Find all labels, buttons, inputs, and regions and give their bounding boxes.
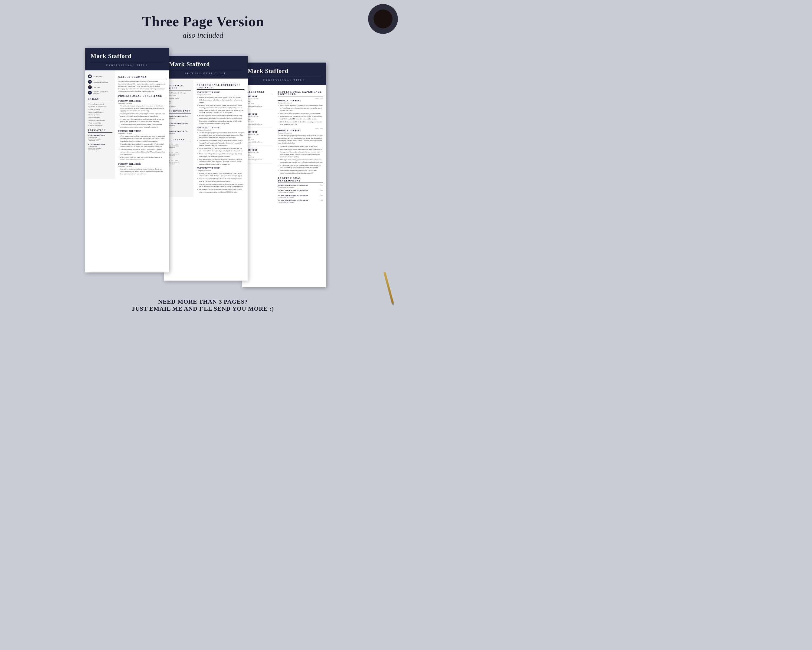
pd-item-4: CLASS, COURSE OR WORKSHOP Organization o… xyxy=(278,200,323,203)
phone-text: 123.456.7891 xyxy=(93,76,102,78)
ref2-jobtitle: Reference's Job Title xyxy=(245,116,272,118)
location-item: 📍 City, State xyxy=(88,85,112,89)
page1-divider xyxy=(91,62,164,62)
position-1: POSITION TITLE HERE Company, Location To… xyxy=(118,99,166,128)
page2-header: Mark Stafford PROFESSIONAL TITLE xyxy=(164,56,248,78)
career-summary-title: CAREER SUMMARY xyxy=(118,76,166,79)
skill-resource-management: Resource Management xyxy=(88,119,112,121)
p3-position-1: POSITION TITLE HERE Date - Date Company,… xyxy=(278,98,323,126)
ach3-title: AWARD/ACHIEVEMENT xyxy=(166,130,191,132)
skill-contracts: Contracts & Negotiations xyxy=(88,106,112,107)
pd1-title: CLASS, COURSE OR WORKSHOP xyxy=(278,184,308,186)
skills-title: SKILLS xyxy=(88,98,112,101)
prof-dev-list: CLASS, COURSE OR WORKSHOP Organization o… xyxy=(278,184,323,203)
p2-pos1-b1: Re-read the job posting that you are app… xyxy=(197,96,244,104)
p2-position-3: POSITION TITLE HERE Company, Location Wr… xyxy=(197,167,244,193)
resume-page-1: Mark Stafford PROFESSIONAL TITLE ☎ 123.4… xyxy=(85,47,169,272)
pos1-bullet3: It's super easy – just highlight the mos… xyxy=(118,118,166,123)
education-title: EDUCATION xyxy=(88,129,112,133)
pos1-bullet2: Targeting your resume to the job posting… xyxy=(118,113,166,118)
vol-1: VOLUNTEER EXPERIENCE Organization Date xyxy=(166,144,191,150)
tech-skill-6: CRM Software xyxy=(166,106,191,107)
edu2-degree: NAME OF DEGREE xyxy=(88,144,112,146)
ref3-jobtitle: Reference's Job Title xyxy=(245,133,272,136)
p3-pos2-b1: Don't limit the length of your resume ba… xyxy=(278,145,323,148)
pd3-org: Organization or Location xyxy=(278,197,308,198)
pos2-company: Company, Location xyxy=(118,132,166,134)
pos2-title: POSITION TITLE HERE xyxy=(118,130,166,132)
page1-main: CAREER SUMMARY Technical project manager… xyxy=(115,70,169,179)
pd1-date: Date xyxy=(320,184,323,188)
bottom-line2: JUST EMAIL ME AND I'LL SEND YOU MORE :) xyxy=(11,305,395,312)
page2-body: TECHNICAL SKILLS Adobe Illustrator & InD… xyxy=(164,78,248,197)
p3-pos2-title: POSITION TITLE HERE xyxy=(278,130,301,132)
ach1-title: AWARD/ACHIEVEMENT xyxy=(166,115,191,117)
ref3-name: NAME HERE xyxy=(245,131,272,133)
p3-pos2-b4: If you include a link to your LinkedIn p… xyxy=(278,164,323,169)
p3-pos2-b2: The length of your resume is less import… xyxy=(278,148,323,158)
p2-pos3-b3: What did you do to go above and beyond y… xyxy=(197,183,244,188)
skill-project-planning: Project Planning xyxy=(88,109,112,110)
page3-name: Mark Stafford xyxy=(248,67,321,75)
pos3-title: POSITION TITLE HERE xyxy=(118,163,166,165)
location-text: City, State xyxy=(93,86,100,88)
pd2-org: Organization or Location xyxy=(278,191,308,193)
pd-item-1: CLASS, COURSE OR WORKSHOP Organization o… xyxy=(278,184,323,188)
sub-title: also included xyxy=(11,31,395,40)
pd4-org: Organization or Location xyxy=(278,202,308,203)
p3-pos2-b3: That might mean making your resume two o… xyxy=(278,159,323,164)
vol2-date: Date xyxy=(166,156,191,158)
ref3-company: Company xyxy=(245,136,272,138)
page3-body: REFERENCES NAME HERE Reference's Job Tit… xyxy=(242,85,326,208)
p2-pos3-b2: What makes you special? What do you do b… xyxy=(197,178,244,182)
ref4-jobtitle: Reference's Job Title xyxy=(245,151,272,154)
resume-page-2: Mark Stafford PROFESSIONAL TITLE TECHNIC… xyxy=(164,56,248,281)
pd4-title: CLASS, COURSE OR WORKSHOP xyxy=(278,200,308,202)
p3-pos1-company: Company, Location xyxy=(278,102,323,104)
page1-header: Mark Stafford PROFESSIONAL TITLE xyxy=(85,47,169,70)
p3-pos1-b1: This is VERY important – you need to sav… xyxy=(278,104,323,112)
tech-skills-list: Adobe Illustrator & InDesign HTML & CSS … xyxy=(166,92,191,107)
edu2-grad: Graduation Year xyxy=(88,149,112,151)
edu1-degree: NAME OF DEGREE xyxy=(88,134,112,136)
ref-2: NAME HERE Reference's Job Title Company … xyxy=(245,113,272,128)
title-area: Three Page Version also included xyxy=(5,5,401,45)
tech-skill-4: Asana xyxy=(166,100,191,102)
pd3-title: CLASS, COURSE OR WORKSHOP xyxy=(278,194,308,197)
ref-3: NAME HERE Reference's Job Title Company … xyxy=(245,131,272,146)
pd1-left: CLASS, COURSE OR WORKSHOP Organization o… xyxy=(278,184,308,188)
pd4-date: Date xyxy=(320,200,323,203)
pos3-bullet1: Last but not least, proofread your resum… xyxy=(118,168,166,175)
ref1-company: Company xyxy=(245,100,272,102)
vol2-label: VOLUNTEER EXPERIENCE xyxy=(166,151,191,155)
page2-right: PROFESSIONAL EXPERIENCE continued POSITI… xyxy=(194,78,248,197)
tech-skill-5: Trello xyxy=(166,103,191,104)
volunteer-list: VOLUNTEER EXPERIENCE Organization Date V… xyxy=(166,144,191,166)
ref4-phone: 555.555.5555 xyxy=(245,156,272,159)
pos1-company: Company, Location xyxy=(118,102,166,104)
pos1-title: POSITION TITLE HERE xyxy=(118,99,166,102)
page1-title: PROFESSIONAL TITLE xyxy=(91,64,164,67)
page2-title: PROFESSIONAL TITLE xyxy=(169,72,242,75)
ref1-name: NAME HERE xyxy=(245,95,272,98)
references-title: REFERENCES xyxy=(245,91,272,94)
ref4-company: Company xyxy=(245,154,272,156)
ref2-phone: 555.555.5555 xyxy=(245,121,272,123)
exp-continued-title-p2: PROFESSIONAL EXPERIENCE continued xyxy=(197,84,244,90)
skills-list: Process Improvement Contracts & Negotiat… xyxy=(88,103,112,127)
pd3-date: Date xyxy=(320,194,323,198)
coffee-cup-decoration xyxy=(368,4,398,34)
p2-pos1-b2: When the hiring team or computer system … xyxy=(197,104,244,114)
p2-pos3-b4: For example: Utilized exceptional custom… xyxy=(197,188,244,193)
pos2-bullet2: It goes like this: Accomplished [X] as m… xyxy=(118,143,166,148)
ref2-company: Company xyxy=(245,118,272,121)
page-background: Three Page Version also included Mark St… xyxy=(0,0,406,326)
skill-conflict-resolution: Conflict Resolution xyxy=(88,125,112,127)
vol1-date: Date xyxy=(166,148,191,150)
p2-pos2-b2: Describe your achievements while in this… xyxy=(197,139,244,147)
p3-pos2-date: Date - Date xyxy=(315,128,323,132)
achievements-list: AWARD/ACHIEVEMENT Organization Date AWAR… xyxy=(166,115,191,136)
vol3-label: VOLUNTEER EXPERIENCE xyxy=(166,160,191,163)
ref2-email: referenceemail@mail.com xyxy=(245,123,272,125)
p2-pos3-company: Company, Location xyxy=(197,170,244,171)
